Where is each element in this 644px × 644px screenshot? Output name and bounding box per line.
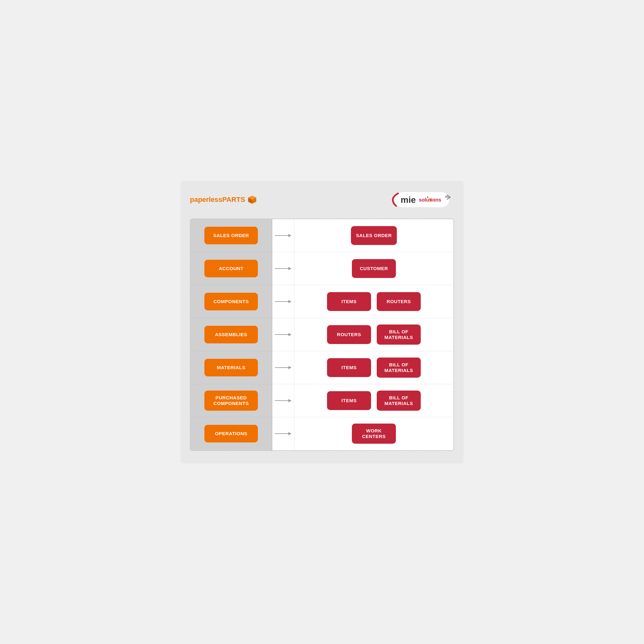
left-box-components: COMPONENTS [204, 293, 258, 310]
left-cell-operations: OPERATIONS [191, 417, 272, 450]
arrow-cell-components [272, 285, 294, 318]
paperlessparts-logo: paperlessPARTS [190, 195, 257, 205]
right-box-materials-bill-of-materials: BILL OF MATERIALS [377, 358, 421, 378]
left-cell-sales-order: SALES ORDER [191, 219, 272, 252]
arrow-cell-purchased-components [272, 384, 294, 417]
svg-marker-17 [288, 333, 291, 336]
left-box-assemblies: ASSEMBLIES [204, 326, 258, 343]
left-box-materials: MATERIALS [204, 359, 258, 376]
header-row: paperlessPARTS mie solutions [190, 190, 454, 209]
svg-marker-11 [288, 234, 291, 237]
right-box-operations-work-centers: WORK CENTERS [352, 424, 396, 444]
left-cell-purchased-components: PURCHASED COMPONENTS [191, 384, 272, 417]
pp-logo-regular: paperless [190, 196, 222, 203]
arrow-cell-assemblies [272, 318, 294, 351]
right-column: SALES ORDERCUSTOMERITEMSROUTERSROUTERSBI… [294, 219, 453, 450]
left-cell-account: ACCOUNT [191, 252, 272, 285]
right-box-assemblies-bill-of-materials: BILL OF MATERIALS [377, 325, 421, 345]
right-box-assemblies-routers: ROUTERS [327, 325, 371, 344]
right-box-materials-items: ITEMS [327, 358, 371, 377]
right-cell-sales-order: SALES ORDER [294, 219, 453, 252]
arrow-icon [275, 266, 292, 271]
left-cell-materials: MATERIALS [191, 351, 272, 384]
left-column: SALES ORDERACCOUNTCOMPONENTSASSEMBLIESMA… [191, 219, 272, 450]
arrow-icon [275, 431, 292, 436]
arrow-cell-account [272, 252, 294, 285]
svg-marker-19 [288, 366, 291, 369]
diagram-container: paperlessPARTS mie solutions [180, 181, 464, 464]
svg-text:solutions: solutions [419, 197, 441, 203]
right-cell-assemblies: ROUTERSBILL OF MATERIALS [294, 318, 453, 351]
right-box-sales-order-sales-order: SALES ORDER [351, 226, 397, 245]
right-cell-account: CUSTOMER [294, 252, 453, 285]
right-cell-components: ITEMSROUTERS [294, 285, 453, 318]
left-box-purchased-components: PURCHASED COMPONENTS [204, 391, 258, 411]
left-box-sales-order: SALES ORDER [204, 227, 258, 244]
left-cell-assemblies: ASSEMBLIES [191, 318, 272, 351]
arrow-column [272, 219, 294, 450]
arrow-cell-sales-order [272, 219, 294, 252]
pp-logo-text: paperlessPARTS [190, 196, 245, 204]
pp-logo-bold: PARTS [222, 196, 245, 203]
svg-marker-15 [288, 300, 291, 303]
right-cell-purchased-components: ITEMSBILL OF MATERIALS [294, 384, 453, 417]
right-box-components-routers: ROUTERS [377, 292, 421, 311]
arrow-icon [275, 365, 292, 370]
arrow-icon [275, 299, 292, 304]
left-cell-components: COMPONENTS [191, 285, 272, 318]
right-cell-operations: WORK CENTERS [294, 417, 453, 450]
content-grid: SALES ORDERACCOUNTCOMPONENTSASSEMBLIESMA… [190, 219, 454, 451]
right-box-purchased-components-items: ITEMS [327, 391, 371, 410]
mie-logo: mie solutions ™ [391, 190, 454, 209]
pp-box-icon [247, 195, 257, 205]
arrow-icon [275, 332, 292, 337]
right-box-components-items: ITEMS [327, 292, 371, 311]
arrow-icon [275, 233, 292, 238]
arrow-cell-materials [272, 351, 294, 384]
left-box-account: ACCOUNT [204, 260, 258, 277]
svg-point-8 [427, 197, 428, 198]
right-box-purchased-components-bill-of-materials: BILL OF MATERIALS [377, 391, 421, 411]
right-cell-materials: ITEMSBILL OF MATERIALS [294, 351, 453, 384]
left-box-operations: OPERATIONS [204, 425, 258, 442]
arrow-cell-operations [272, 417, 294, 450]
arrow-icon [275, 398, 292, 403]
svg-marker-21 [288, 399, 291, 402]
svg-marker-23 [288, 432, 291, 435]
svg-marker-13 [288, 267, 291, 270]
mie-logo-svg: mie solutions ™ [391, 190, 454, 209]
svg-point-9 [430, 199, 432, 201]
svg-text:mie: mie [401, 195, 416, 205]
right-box-account-customer: CUSTOMER [352, 259, 396, 278]
